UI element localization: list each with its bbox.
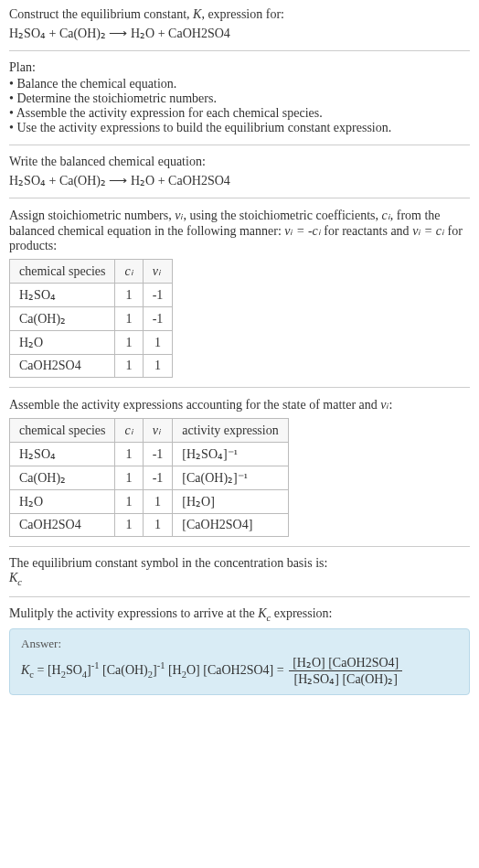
fraction-denominator: [H₂SO₄] [Ca(OH)₂] [289, 671, 402, 687]
divider [9, 596, 470, 597]
plan-item: Determine the stoichiometric numbers. [9, 91, 470, 106]
plan-item: Assemble the activity expression for eac… [9, 106, 470, 121]
plan-section: Plan: Balance the chemical equation. Det… [9, 60, 470, 135]
nu-cell: -1 [143, 307, 173, 331]
species-cell: CaOH2SO4 [10, 355, 115, 378]
kc-inline: Kc [258, 606, 271, 620]
equation-balanced: H₂SO₄ + Ca(OH)₂ ⟶ H₂O + CaOH2SO4 [9, 173, 470, 188]
c-cell: 1 [115, 331, 143, 355]
assemble-text: Assemble the activity expressions accoun… [9, 398, 380, 412]
species-cell: H₂SO₄ [10, 443, 115, 466]
c-cell: 1 [115, 514, 143, 537]
title-k: K [193, 7, 201, 21]
answer-formula: Kc = [H2SO4]-1 [Ca(OH)2]-1 [H2O] [CaOH2S… [21, 655, 458, 687]
answer-box: Answer: Kc = [H2SO4]-1 [Ca(OH)2]-1 [H2O]… [9, 628, 470, 695]
c-cell: 1 [115, 490, 143, 514]
col-ci: cᵢ [115, 260, 143, 284]
table-row: H₂SO₄ 1 -1 [H₂SO₄]⁻¹ [10, 443, 289, 466]
nu-cell: 1 [143, 490, 173, 514]
fraction-numerator: [H₂O] [CaOH2SO4] [289, 655, 402, 671]
col-species: chemical species [10, 419, 115, 443]
nu-cell: 1 [143, 355, 173, 378]
table-row: CaOH2SO4 1 1 [10, 355, 173, 378]
kc-symbol-section: The equilibrium constant symbol in the c… [9, 556, 470, 587]
divider [9, 387, 470, 388]
assign-text: Assign stoichiometric numbers, [9, 209, 175, 222]
plan-item: Balance the chemical equation. [9, 77, 470, 91]
c-cell: 1 [115, 355, 143, 378]
species-cell: H₂O [10, 490, 115, 514]
balanced-title: Write the balanced chemical equation: [9, 155, 470, 169]
kc-symbol: Kc [9, 571, 470, 587]
col-ci: cᵢ [115, 419, 143, 443]
nu-cell: -1 [143, 466, 173, 490]
species-cell: CaOH2SO4 [10, 514, 115, 537]
species-cell: H₂O [10, 331, 115, 355]
answer-label: Answer: [21, 637, 458, 651]
assign-text: for reactants and [321, 224, 412, 238]
table-header-row: chemical species cᵢ νᵢ activity expressi… [10, 419, 289, 443]
c-cell: 1 [115, 443, 143, 466]
nu-cell: -1 [143, 284, 173, 307]
assign-text: , using the stoichiometric coefficients, [183, 209, 381, 222]
header-section: Construct the equilibrium constant, K, e… [9, 7, 470, 41]
species-cell: Ca(OH)₂ [10, 466, 115, 490]
col-activity: activity expression [173, 419, 288, 443]
col-species: chemical species [10, 260, 115, 284]
table-row: CaOH2SO4 1 1 [CaOH2SO4] [10, 514, 289, 537]
relation: νᵢ = -cᵢ [284, 224, 321, 238]
plan-item: Use the activity expressions to build th… [9, 121, 470, 135]
divider [9, 198, 470, 198]
table-row: H₂O 1 1 [10, 331, 173, 355]
c-cell: 1 [115, 284, 143, 307]
table-row: Ca(OH)₂ 1 -1 [10, 307, 173, 331]
nu-cell: 1 [143, 514, 173, 537]
activity-table: chemical species cᵢ νᵢ activity expressi… [9, 418, 289, 537]
title-prefix: Construct the equilibrium constant, [9, 7, 193, 21]
multiply-text: Mulitply the activity expressions to arr… [9, 606, 258, 620]
assemble-text: : [389, 398, 393, 412]
equation-unbalanced: H₂SO₄ + Ca(OH)₂ ⟶ H₂O + CaOH2SO4 [9, 26, 470, 41]
fraction: [H₂O] [CaOH2SO4] [H₂SO₄] [Ca(OH)₂] [289, 655, 402, 687]
activity-cell: [H₂SO₄]⁻¹ [173, 443, 288, 466]
plan-list: Balance the chemical equation. Determine… [9, 77, 470, 135]
col-nui: νᵢ [143, 260, 173, 284]
table-row: H₂SO₄ 1 -1 [10, 284, 173, 307]
species-cell: Ca(OH)₂ [10, 307, 115, 331]
multiply-section: Mulitply the activity expressions to arr… [9, 606, 470, 623]
assemble-section: Assemble the activity expressions accoun… [9, 397, 470, 537]
table-header-row: chemical species cᵢ νᵢ [10, 260, 173, 284]
nu-i: νᵢ [380, 398, 389, 412]
table-row: Ca(OH)₂ 1 -1 [Ca(OH)₂]⁻¹ [10, 466, 289, 490]
c-cell: 1 [115, 466, 143, 490]
divider [9, 546, 470, 547]
assign-section: Assign stoichiometric numbers, νᵢ, using… [9, 208, 470, 378]
table-row: H₂O 1 1 [H₂O] [10, 490, 289, 514]
c-cell: 1 [115, 307, 143, 331]
divider [9, 145, 470, 145]
c-i: cᵢ [382, 209, 390, 222]
kc-symbol-text: The equilibrium constant symbol in the c… [9, 556, 470, 571]
stoich-table: chemical species cᵢ νᵢ H₂SO₄ 1 -1 Ca(OH)… [9, 259, 173, 378]
activity-cell: [CaOH2SO4] [173, 514, 288, 537]
activity-cell: [Ca(OH)₂]⁻¹ [173, 466, 288, 490]
plan-title: Plan: [9, 60, 470, 75]
divider [9, 50, 470, 51]
relation: νᵢ = cᵢ [412, 224, 444, 238]
balanced-section: Write the balanced chemical equation: H₂… [9, 155, 470, 188]
species-cell: H₂SO₄ [10, 284, 115, 307]
title-suffix: , expression for: [201, 7, 284, 21]
activity-cell: [H₂O] [173, 490, 288, 514]
nu-cell: -1 [143, 443, 173, 466]
nu-cell: 1 [143, 331, 173, 355]
multiply-text: expression: [271, 606, 332, 620]
col-nui: νᵢ [143, 419, 173, 443]
